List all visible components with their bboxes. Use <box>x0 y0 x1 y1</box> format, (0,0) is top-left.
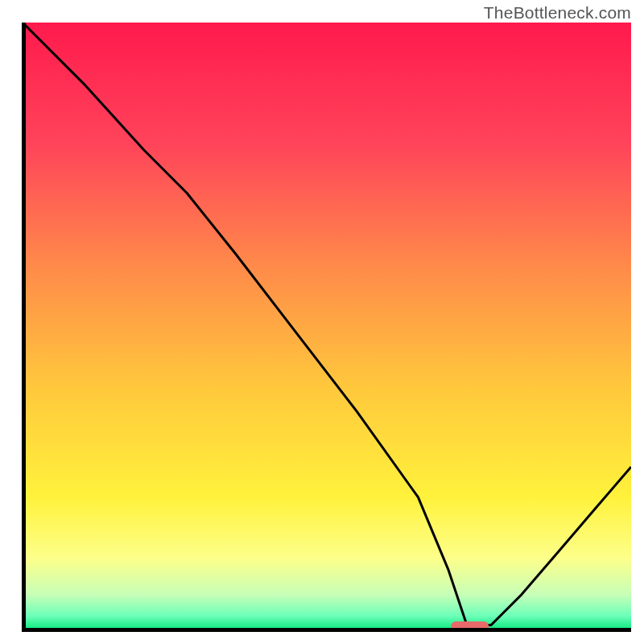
bottleneck-curve <box>23 23 631 625</box>
plot-area <box>23 23 631 631</box>
y-axis-line <box>22 23 26 631</box>
chart-container: TheBottleneck.com <box>0 0 644 644</box>
curve-layer <box>23 23 631 631</box>
x-axis-line <box>22 628 631 632</box>
watermark-text: TheBottleneck.com <box>484 3 631 23</box>
